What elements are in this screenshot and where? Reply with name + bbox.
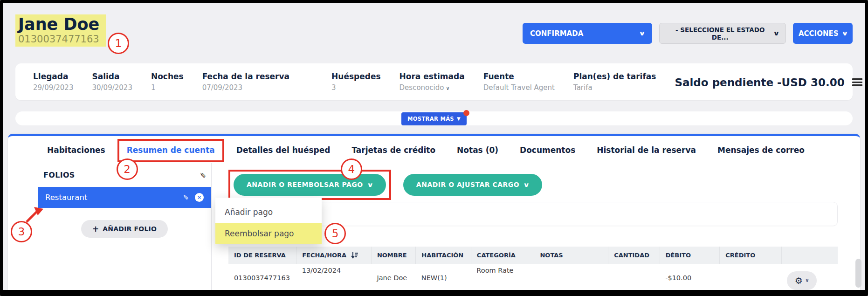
delete-folio-icon[interactable]: × bbox=[195, 193, 204, 202]
caret-down-icon: ▼ bbox=[457, 116, 461, 121]
balance-menu-button[interactable]: ▾ bbox=[852, 78, 868, 86]
col-id-de-reserva[interactable]: ID DE RESERVA bbox=[228, 247, 296, 264]
field-plan-tarifas: Plan(es) de tarifas Tarifa bbox=[573, 72, 656, 92]
tab-resumen-de-cuenta[interactable]: Resumen de cuenta bbox=[127, 145, 215, 155]
annotation-circle-1: 1 bbox=[108, 33, 129, 54]
add-folio-button[interactable]: + AÑADIR FOLIO bbox=[81, 220, 168, 238]
menu-item-anadir-pago[interactable]: Añadir pago bbox=[215, 201, 322, 223]
annotation-arrow-3 bbox=[23, 206, 44, 224]
field-llegada: Llegada 29/09/2023 bbox=[33, 72, 73, 92]
cell-reservation-id: 0130037477163 bbox=[228, 264, 296, 293]
field-huespedes: Huéspedes 3 bbox=[331, 72, 381, 92]
col-cantidad[interactable]: CANTIDAD bbox=[608, 247, 660, 264]
folios-title: FOLIOS bbox=[43, 171, 75, 179]
top-actions: CONFIRMADA ∨ - SELECCIONE EL ESTADO DE..… bbox=[523, 23, 853, 54]
annotation-box-4: AÑADIR O REEMBOLSAR PAGO ∨ 4 bbox=[228, 170, 391, 200]
state-select-dropdown[interactable]: - SELECCIONE EL ESTADO DE... ∨ bbox=[659, 23, 786, 44]
status-dropdown[interactable]: CONFIRMADA ∨ bbox=[523, 23, 652, 44]
annotation-circle-4: 4 bbox=[341, 158, 362, 180]
col-notas[interactable]: NOTAS bbox=[534, 247, 608, 264]
add-or-adjust-charge-button[interactable]: AÑADIR O AJUSTAR CARGO ∨ bbox=[403, 174, 542, 196]
chevron-down-icon: ∨ bbox=[367, 181, 374, 188]
sort-descending-icon[interactable] bbox=[351, 252, 358, 259]
guest-name: Jane Doe bbox=[15, 14, 106, 34]
account-summary-content: AÑADIR O REEMBOLSAR PAGO ∨ 4 AÑADIR O AJ… bbox=[212, 163, 838, 293]
folio-item-restaurant[interactable]: Restaurant ✎ × bbox=[38, 187, 211, 208]
guest-reservation-id: 0130037477163 bbox=[15, 34, 106, 47]
actions-dropdown[interactable]: ACCIONES ∨ bbox=[793, 23, 853, 44]
col-fecha-hora[interactable]: FECHA/HORA bbox=[296, 247, 372, 264]
folios-sidebar: FOLIOS ✎ Restaurant ✎ × + AÑADIR FOLIO 3 bbox=[38, 163, 211, 293]
cell-datetime: 13/02/2024 bbox=[296, 264, 372, 293]
annotation-circle-3: 3 bbox=[11, 221, 32, 242]
edit-folios-icon[interactable]: ✎ bbox=[198, 172, 207, 178]
tab-historial-de-la-reserva[interactable]: Historial de la reserva bbox=[597, 145, 696, 155]
payment-dropdown-menu: Añadir pago Reembolsar pago 5 bbox=[215, 198, 322, 244]
col-credito[interactable]: CRÉDITO bbox=[720, 247, 782, 264]
annotation-circle-2: 2 bbox=[117, 158, 138, 180]
cell-debit: -$10.00 bbox=[660, 264, 720, 293]
tab-documentos[interactable]: Documentos bbox=[520, 145, 575, 155]
scrollbar[interactable] bbox=[855, 259, 861, 288]
tab-bar: Habitaciones Resumen de cuenta 2 Detalle… bbox=[8, 136, 860, 160]
panel-body: FOLIOS ✎ Restaurant ✎ × + AÑADIR FOLIO 3 bbox=[8, 160, 860, 293]
balance-text: Saldo pendiente -USD 30.00 bbox=[675, 76, 844, 89]
notification-dot bbox=[463, 110, 469, 116]
folio-name: Restaurant bbox=[45, 193, 176, 202]
cell-room: NEW(1) bbox=[416, 264, 471, 293]
tab-tarjetas-de-credito[interactable]: Tarjetas de crédito bbox=[351, 145, 435, 155]
chevron-down-icon: ∨ bbox=[523, 181, 530, 188]
col-actions bbox=[781, 247, 838, 264]
plus-icon: + bbox=[92, 224, 99, 234]
chevron-down-icon: ∨ bbox=[841, 30, 848, 37]
add-or-refund-payment-button[interactable]: AÑADIR O REEMBOLSAR PAGO ∨ bbox=[234, 174, 386, 196]
app-window: Jane Doe 0130037477163 1 CONFIRMADA ∨ - … bbox=[0, 0, 868, 296]
annotation-box-2: Resumen de cuenta 2 bbox=[117, 139, 224, 162]
guest-block: Jane Doe 0130037477163 1 bbox=[15, 14, 129, 54]
hora-estimada-dropdown[interactable]: Desconocido∨ bbox=[400, 83, 465, 92]
field-fecha-reserva: Fecha de la reserva 07/09/2023 bbox=[202, 72, 289, 92]
cell-category: Room Rate bbox=[471, 264, 534, 293]
balance-block: Saldo pendiente -USD 30.00 ▾ bbox=[675, 72, 868, 89]
tab-mensajes-de-correo[interactable]: Mensajes de correo bbox=[717, 145, 805, 155]
chevron-down-icon: ∨ bbox=[805, 277, 809, 283]
field-salida: Salida 30/09/2023 bbox=[92, 72, 132, 92]
table-header-row: ID DE RESERVA FECHA/HORA bbox=[228, 247, 838, 264]
annotation-circle-5: 5 bbox=[324, 223, 346, 244]
cell-name: Jane Doe bbox=[371, 264, 415, 293]
cell-notes bbox=[534, 264, 608, 293]
payment-buttons-row: AÑADIR O REEMBOLSAR PAGO ∨ 4 AÑADIR O AJ… bbox=[228, 170, 838, 200]
menu-item-reembolsar-pago[interactable]: Reembolsar pago 5 bbox=[215, 223, 322, 244]
show-more-button[interactable]: MOSTRAR MÁS ▼ bbox=[401, 112, 467, 125]
row-settings-button[interactable]: ⚙ ∨ bbox=[787, 271, 817, 290]
reservation-panel: Habitaciones Resumen de cuenta 2 Detalle… bbox=[8, 134, 860, 293]
tab-habitaciones[interactable]: Habitaciones bbox=[47, 145, 105, 155]
gear-icon: ⚙ bbox=[795, 275, 803, 286]
field-fuente: Fuente Default Travel Agent bbox=[483, 72, 555, 92]
chevron-down-icon: ∨ bbox=[446, 85, 449, 91]
cell-quantity bbox=[608, 264, 660, 293]
tab-notas[interactable]: Notas (0) bbox=[457, 145, 498, 155]
tab-detalles-del-huesped[interactable]: Detalles del huésped bbox=[236, 145, 331, 155]
cell-credit bbox=[720, 264, 782, 293]
field-hora-estimada: Hora estimada Desconocido∨ bbox=[400, 72, 465, 92]
col-debito[interactable]: DÉBITO bbox=[660, 247, 720, 264]
col-nombre[interactable]: NOMBRE bbox=[371, 247, 415, 264]
show-more-strip: MOSTRAR MÁS ▼ bbox=[15, 111, 853, 125]
edit-folio-icon[interactable]: ✎ bbox=[182, 194, 189, 200]
field-noches: Noches 1 bbox=[151, 72, 184, 92]
hamburger-icon bbox=[852, 78, 862, 86]
table-row[interactable]: 0130037477163 13/02/2024 Jane Doe NEW(1)… bbox=[228, 264, 838, 293]
reservation-summary-card: Llegada 29/09/2023 Salida 30/09/2023 Noc… bbox=[15, 63, 853, 100]
col-categoria[interactable]: CATEGORÍA bbox=[471, 247, 534, 264]
col-habitacion[interactable]: HABITACIÓN bbox=[416, 247, 471, 264]
caret-down-icon: ▾ bbox=[866, 79, 868, 85]
chevron-down-icon: ∨ bbox=[773, 30, 780, 37]
chevron-down-icon: ∨ bbox=[639, 30, 646, 37]
charges-table: ID DE RESERVA FECHA/HORA bbox=[228, 247, 838, 293]
top-bar: Jane Doe 0130037477163 1 CONFIRMADA ∨ - … bbox=[3, 3, 865, 54]
